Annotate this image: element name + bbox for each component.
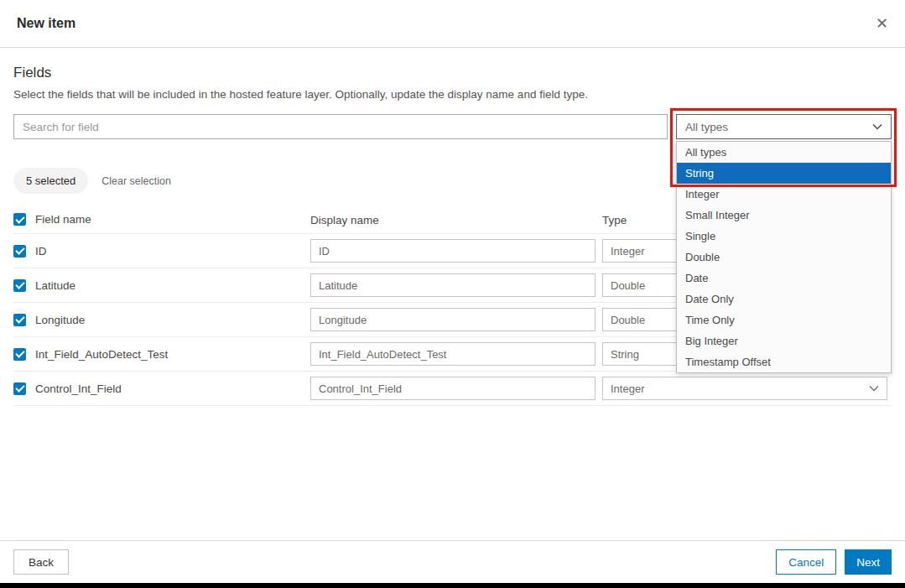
row-type-value: Double [611,279,645,292]
fields-heading: Fields [13,65,892,81]
row-type-select[interactable]: Integer [602,377,887,400]
footer-actions: Cancel Next [776,549,892,575]
display-name-input[interactable] [310,273,596,297]
dropdown-option-double[interactable]: Double [677,247,891,268]
field-name-label: Int_Field_AutoDetect_Test [35,348,168,361]
field-name-label: Longitude [35,314,85,326]
dropdown-option-single[interactable]: Single [677,226,891,247]
search-input[interactable] [13,114,668,139]
type-filter-dropdown: All types String Integer Small Integer S… [676,141,892,373]
display-name-input[interactable] [310,239,596,263]
row-checkbox[interactable] [13,382,26,395]
dropdown-option-timestamp-offset[interactable]: Timestamp Offset [677,351,891,372]
filter-controls-row: All types [13,114,892,139]
dropdown-option-string[interactable]: String [677,163,891,184]
row-checkbox[interactable] [13,279,26,292]
row-type-value: Integer [611,245,644,258]
cancel-button[interactable]: Cancel [776,549,836,575]
chevron-down-icon [869,385,879,392]
dropdown-option-time-only[interactable]: Time Only [677,310,891,330]
type-header: Type [602,214,627,226]
dropdown-option-big-integer[interactable]: Big Integer [677,330,891,351]
row-checkbox[interactable] [13,348,26,361]
dropdown-option-all-types[interactable]: All types [677,142,891,163]
dropdown-option-small-integer[interactable]: Small Integer [677,205,891,226]
selected-count-badge: 5 selected [13,168,88,194]
display-name-input[interactable] [310,308,596,331]
display-name-input[interactable] [310,377,596,400]
row-checkbox[interactable] [13,245,26,258]
chevron-down-icon [872,123,882,130]
next-button[interactable]: Next [845,549,892,575]
field-name-label: ID [35,245,47,258]
dropdown-option-date[interactable]: Date [677,268,891,289]
row-type-value: String [611,348,639,361]
fields-description: Select the fields that will be included … [13,88,892,101]
row-type-value: Double [611,314,645,326]
dialog-title: New item [17,16,75,31]
table-row: Control_Int_Field Integer [13,372,892,406]
bottom-black-bar [0,583,905,588]
close-icon[interactable]: ✕ [876,16,888,31]
field-name-label: Latitude [35,279,75,292]
dialog-footer: Back Cancel Next [0,540,905,583]
type-filter-select[interactable]: All types [676,114,892,139]
display-name-input[interactable] [310,342,596,366]
dialog-header: New item ✕ [0,0,905,48]
dropdown-option-date-only[interactable]: Date Only [677,289,891,310]
field-name-header: Field name [35,213,91,226]
back-button[interactable]: Back [13,549,69,575]
row-type-value: Integer [611,382,644,395]
dropdown-option-integer[interactable]: Integer [677,184,891,205]
clear-selection-link[interactable]: Clear selection [101,175,171,187]
field-name-label: Control_Int_Field [35,382,122,395]
row-checkbox[interactable] [13,314,26,326]
display-name-header: Display name [310,214,379,226]
type-filter-selected-value: All types [685,121,728,133]
select-all-checkbox[interactable] [13,213,26,226]
new-item-dialog: New item ✕ Fields Select the fields that… [0,0,905,588]
